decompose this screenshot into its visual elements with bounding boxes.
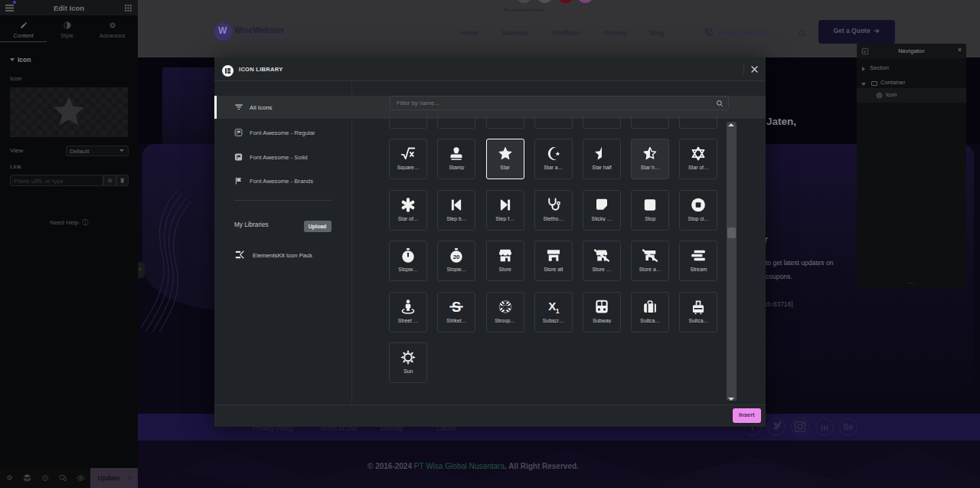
svg-text:1: 1: [555, 306, 559, 314]
svg-text:20: 20: [453, 254, 460, 260]
svg-text:Be: Be: [844, 423, 854, 431]
svg-text:in: in: [821, 423, 828, 432]
